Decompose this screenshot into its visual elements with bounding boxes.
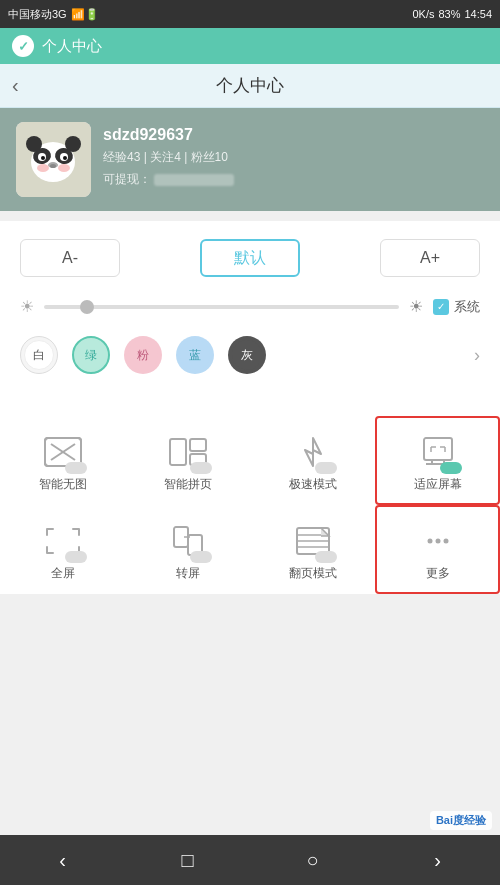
flip-mode-toggle bbox=[315, 551, 337, 563]
smart-no-map-toggle bbox=[65, 462, 87, 474]
color-green[interactable]: 绿 bbox=[72, 336, 110, 374]
notification-bar: 个人中心 bbox=[0, 28, 500, 64]
carrier: 中国移动3G bbox=[8, 7, 67, 22]
svg-point-38 bbox=[443, 539, 448, 544]
brightness-slider[interactable] bbox=[44, 305, 399, 309]
brightness-high-icon: ☀ bbox=[409, 297, 423, 316]
fast-mode-toggle bbox=[315, 462, 337, 474]
status-left: 中国移动3G 📶🔋 bbox=[8, 7, 99, 22]
system-checkbox[interactable] bbox=[433, 299, 449, 315]
svg-point-37 bbox=[435, 539, 440, 544]
status-right: 0K/s 83% 14:54 bbox=[412, 8, 492, 20]
svg-point-6 bbox=[41, 156, 45, 160]
profile-stats: 经验43 | 关注4 | 粉丝10 bbox=[103, 149, 234, 166]
time: 14:54 bbox=[464, 8, 492, 20]
color-green-label: 绿 bbox=[76, 340, 106, 370]
color-blue[interactable]: 蓝 bbox=[176, 336, 214, 374]
fit-screen-label: 适应屏幕 bbox=[414, 476, 462, 493]
notification-text: 个人中心 bbox=[42, 37, 102, 56]
color-pink-label: 粉 bbox=[128, 340, 158, 370]
smart-layout-toggle bbox=[190, 462, 212, 474]
feature-fast-mode[interactable]: 极速模式 bbox=[250, 416, 375, 505]
font-default-button[interactable]: 默认 bbox=[200, 239, 300, 277]
feature-grid: 智能无图 智能拼页 极速模式 bbox=[0, 416, 500, 594]
panda-icon bbox=[16, 122, 91, 197]
feature-fit-screen[interactable]: 适应屏幕 bbox=[375, 416, 500, 505]
bottom-nav: ‹ □ ○ › bbox=[0, 835, 500, 885]
fast-mode-icon bbox=[291, 434, 335, 470]
feature-fullscreen[interactable]: 全屏 bbox=[0, 505, 125, 594]
nav-home-button[interactable]: □ bbox=[168, 840, 208, 880]
system-label: 系统 bbox=[454, 298, 480, 316]
svg-point-11 bbox=[58, 164, 70, 172]
header-title: 个人中心 bbox=[216, 74, 284, 97]
feature-smart-layout[interactable]: 智能拼页 bbox=[125, 416, 250, 505]
smart-no-map-icon bbox=[41, 434, 85, 470]
svg-rect-19 bbox=[190, 439, 206, 451]
feature-smart-no-map[interactable]: 智能无图 bbox=[0, 416, 125, 505]
fullscreen-label: 全屏 bbox=[51, 565, 75, 582]
divider-1 bbox=[0, 211, 500, 221]
more-icon bbox=[416, 523, 460, 559]
nav-menu-button[interactable]: ○ bbox=[293, 840, 333, 880]
color-white-label: 白 bbox=[24, 340, 54, 370]
slider-thumb bbox=[80, 300, 94, 314]
brightness-row: ☀ ☀ 系统 bbox=[20, 297, 480, 316]
color-white[interactable]: 白 bbox=[20, 336, 58, 374]
smart-layout-label: 智能拼页 bbox=[164, 476, 212, 493]
nav-back-button[interactable]: ‹ bbox=[43, 840, 83, 880]
check-icon bbox=[12, 35, 34, 57]
system-check[interactable]: 系统 bbox=[433, 298, 480, 316]
avatar bbox=[16, 122, 91, 197]
flip-mode-icon bbox=[291, 523, 335, 559]
feature-more[interactable]: 更多 bbox=[375, 505, 500, 594]
profile-balance: 可提现： bbox=[103, 171, 234, 188]
font-size-row: A- 默认 A+ bbox=[20, 239, 480, 277]
svg-point-9 bbox=[50, 164, 56, 168]
more-label: 更多 bbox=[426, 565, 450, 582]
username: sdzd929637 bbox=[103, 126, 234, 144]
brightness-low-icon: ☀ bbox=[20, 297, 34, 316]
font-decrease-button[interactable]: A- bbox=[20, 239, 120, 277]
settings-panel: A- 默认 A+ ☀ ☀ 系统 白 绿 粉 蓝 灰 › bbox=[0, 221, 500, 416]
color-blue-label: 蓝 bbox=[180, 340, 210, 370]
speed: 0K/s bbox=[412, 8, 434, 20]
status-icons: 📶🔋 bbox=[71, 8, 99, 21]
svg-point-13 bbox=[65, 136, 81, 152]
svg-rect-18 bbox=[170, 439, 186, 465]
fast-mode-label: 极速模式 bbox=[289, 476, 337, 493]
fit-screen-icon bbox=[416, 434, 460, 470]
fit-screen-toggle bbox=[440, 462, 462, 474]
battery: 83% bbox=[438, 8, 460, 20]
feature-flip-mode[interactable]: 翻页模式 bbox=[250, 505, 375, 594]
rotate-label: 转屏 bbox=[176, 565, 200, 582]
status-bar: 中国移动3G 📶🔋 0K/s 83% 14:54 bbox=[0, 0, 500, 28]
color-pink[interactable]: 粉 bbox=[124, 336, 162, 374]
profile-section: sdzd929637 经验43 | 关注4 | 粉丝10 可提现： bbox=[0, 108, 500, 211]
flip-mode-label: 翻页模式 bbox=[289, 565, 337, 582]
rotate-toggle bbox=[190, 551, 212, 563]
watermark: Bai度经验 bbox=[430, 811, 492, 830]
more-colors-icon[interactable]: › bbox=[474, 345, 480, 366]
svg-point-12 bbox=[26, 136, 42, 152]
balance-value bbox=[154, 174, 234, 186]
svg-rect-22 bbox=[424, 438, 452, 460]
svg-point-7 bbox=[63, 156, 67, 160]
color-gray-label: 灰 bbox=[232, 340, 262, 370]
svg-point-10 bbox=[37, 164, 49, 172]
profile-info: sdzd929637 经验43 | 关注4 | 粉丝10 可提现： bbox=[103, 122, 234, 188]
svg-point-36 bbox=[427, 539, 432, 544]
rotate-icon bbox=[166, 523, 210, 559]
nav-forward-button[interactable]: › bbox=[418, 840, 458, 880]
app-header: ‹ 个人中心 bbox=[0, 64, 500, 108]
feature-rotate[interactable]: 转屏 bbox=[125, 505, 250, 594]
fullscreen-toggle bbox=[65, 551, 87, 563]
color-gray[interactable]: 灰 bbox=[228, 336, 266, 374]
font-increase-button[interactable]: A+ bbox=[380, 239, 480, 277]
smart-layout-icon bbox=[166, 434, 210, 470]
fullscreen-icon bbox=[41, 523, 85, 559]
smart-no-map-label: 智能无图 bbox=[39, 476, 87, 493]
back-button[interactable]: ‹ bbox=[12, 74, 19, 97]
color-theme-row: 白 绿 粉 蓝 灰 › bbox=[20, 336, 480, 374]
